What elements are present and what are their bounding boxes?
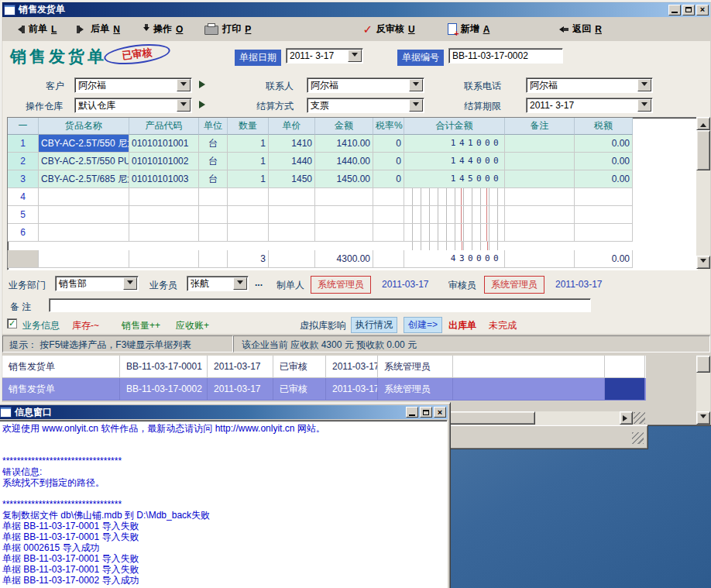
add-new-button[interactable]: + 新增A — [443, 20, 495, 38]
hint-text: 提示： 按F5键选择产品，F3键显示单据列表 — [9, 339, 191, 352]
warehouse-label: 操作仓库 — [26, 100, 63, 113]
doc-date-tag: 单据日期 — [235, 50, 281, 66]
audit-date: 2011-03-17 — [555, 279, 603, 290]
salesman-label: 业务员 — [149, 279, 177, 292]
log-line: 单据 BB-11-03-17-0001 导入失败 — [2, 553, 447, 564]
dropdown-arrow-icon[interactable] — [637, 79, 651, 91]
remark-label: 备 注 — [10, 301, 31, 314]
scroll-right-button[interactable] — [620, 411, 633, 425]
phone-combobox[interactable]: 阿尔福 — [526, 77, 653, 93]
resize-grip[interactable] — [634, 412, 645, 424]
titlebar[interactable]: 销售发货单 × — [2, 2, 710, 17]
grid-header-cell: 金额 — [315, 118, 373, 135]
phone-label: 联系电话 — [464, 80, 501, 93]
info-window-title: 信息窗口 — [15, 406, 52, 419]
log-line: ********************************* — [2, 456, 447, 466]
list-vscrollbar-thumb[interactable] — [696, 356, 710, 373]
form-title: 销售发货单 — [10, 46, 107, 67]
main-toolbar: 前单L 后单N 操作O 打印P ✓ 反审核U + 新增A — [2, 17, 710, 42]
info-window: 信息窗口 × 欢迎使用 www.onlyit.cn 软件作品，最新动态请访问 h… — [0, 402, 451, 588]
log-line: 单据 BB-11-03-17-0001 导入失败 — [2, 531, 447, 542]
warehouse-combobox[interactable]: 默认仓库 — [74, 98, 192, 113]
warehouse-pointer-icon[interactable] — [199, 101, 209, 108]
scrollbar-thumb[interactable] — [696, 130, 710, 170]
back-arrow-icon — [556, 26, 568, 33]
contact-combobox[interactable]: 阿尔福 — [307, 77, 424, 93]
doc-date-combobox[interactable]: 2011- 3-17 — [286, 48, 363, 64]
close-button[interactable]: × — [434, 407, 446, 418]
scroll-up-button[interactable] — [696, 117, 710, 130]
remark-input[interactable] — [49, 298, 591, 312]
desktop: 销售发货单 × 前单L 后单N 操作O 打印P — [0, 0, 711, 588]
minimize-button[interactable] — [406, 407, 418, 418]
sales-effect-label: 销售量++ — [122, 319, 160, 332]
total-amount: 4300.00 — [315, 250, 373, 268]
dropdown-arrow-icon[interactable] — [123, 277, 137, 290]
check-icon: ✓ — [9, 319, 15, 328]
dropdown-arrow-icon[interactable] — [348, 50, 362, 62]
grid-header-cell: 单位 — [199, 118, 228, 135]
maximize-button[interactable] — [420, 407, 432, 418]
grid-row[interactable]: 5 — [8, 206, 697, 224]
selected-cell[interactable]: CBY-AC-2.5T/550 尼龙轮 — [39, 135, 129, 153]
salesman-combobox[interactable]: 张航 — [187, 276, 249, 291]
scroll-down-button[interactable] — [696, 256, 710, 269]
log-line: 单据 BB-11-03-17-0001 导入失败 — [2, 564, 447, 575]
exec-status-button[interactable]: 执行情况 — [351, 317, 397, 333]
dropdown-arrow-icon[interactable] — [637, 99, 651, 112]
down-arrow-icon — [143, 24, 149, 34]
return-button[interactable]: 返回R — [551, 20, 606, 38]
dropdown-arrow-icon[interactable] — [409, 79, 423, 91]
doc-list-row-selected[interactable]: 销售发货单 BB-11-03-17-0002 2011-03-17 已审核 20… — [2, 378, 646, 401]
close-button[interactable]: × — [696, 5, 709, 15]
total-tax: 0.00 — [575, 250, 633, 268]
doc-no-input[interactable]: BB-11-03-17-0002 — [448, 48, 563, 64]
create-button[interactable]: 创建=> — [404, 317, 442, 333]
dropdown-arrow-icon[interactable] — [177, 79, 191, 91]
log-line: 单据 BB-11-03-17-0002 导入成功 — [2, 575, 447, 586]
list-scroll-down-button[interactable] — [696, 411, 710, 425]
grid-header-cell: 备注 — [505, 118, 575, 135]
log-line: 错误信息: — [2, 466, 447, 477]
outbound-doc-label[interactable]: 出库单 — [448, 319, 476, 332]
operate-menu-button[interactable]: 操作O — [139, 20, 187, 38]
dropdown-arrow-icon[interactable] — [409, 99, 423, 112]
receivable-effect-label: 应收账+ — [176, 319, 209, 332]
red-check-icon: ✓ — [362, 24, 373, 34]
term-label: 结算期限 — [464, 100, 501, 113]
customer-combobox[interactable]: 阿尔福 — [74, 77, 192, 93]
dept-label: 业务部门 — [9, 279, 46, 292]
selected-list-cell[interactable] — [605, 378, 645, 401]
doc-list-row[interactable]: 销售发货单 BB-11-03-17-0001 2011-03-17 已审核 20… — [2, 356, 646, 378]
grid-vscrollbar[interactable] — [696, 117, 710, 269]
dept-combobox[interactable]: 销售部 — [55, 276, 139, 291]
print-button[interactable]: 打印P — [200, 20, 256, 38]
term-combobox[interactable]: 2011- 3-17 — [526, 98, 653, 113]
grid-row[interactable]: 4 — [8, 188, 697, 206]
minimize-button[interactable] — [668, 5, 681, 15]
main-window: 销售发货单 × 前单L 后单N 操作O 打印P — [0, 0, 711, 426]
business-info-checkbox[interactable]: ✓ — [7, 318, 17, 328]
resize-grip[interactable] — [632, 432, 644, 444]
info-window-titlebar[interactable]: 信息窗口 × — [0, 405, 448, 419]
maximize-button[interactable] — [682, 5, 695, 15]
grid-header-cell: 单价 — [269, 118, 315, 135]
settle-combobox[interactable]: 支票 — [307, 98, 424, 113]
unaudit-button[interactable]: ✓ 反审核U — [358, 20, 419, 38]
customer-label: 客户 — [46, 80, 64, 93]
grid-row[interactable]: 1 CBY-AC-2.5T/550 尼龙轮 01010101001 台 1 14… — [8, 135, 697, 153]
log-line: 复制数据文件 db\佛山铺.mdb 到 D:\Mdb_back失败 — [2, 510, 447, 521]
browse-dots-button[interactable]: ... — [255, 277, 263, 288]
window-icon — [4, 5, 15, 15]
grid-row[interactable]: 2 CBY-AC-2.5T/550 PU轮 01010101002 台 1 14… — [8, 153, 697, 170]
grid-row[interactable]: 6 — [8, 224, 697, 242]
dropdown-arrow-icon[interactable] — [177, 99, 191, 112]
stock-effect-label: 库存-~ — [72, 319, 99, 332]
customer-pointer-icon[interactable] — [199, 81, 209, 88]
settle-label: 结算方式 — [256, 100, 294, 113]
dropdown-arrow-icon[interactable] — [233, 277, 247, 290]
next-doc-button[interactable]: 后单N — [72, 20, 125, 38]
summary-text: 该企业当前 应收款 4300 元 预收款 0.00 元 — [242, 339, 417, 352]
grid-row[interactable]: 3 CBY-AC-2.5T/685 尼龙轮 01010101003 台 1 14… — [8, 170, 697, 188]
prev-doc-button[interactable]: 前单L — [10, 20, 61, 38]
